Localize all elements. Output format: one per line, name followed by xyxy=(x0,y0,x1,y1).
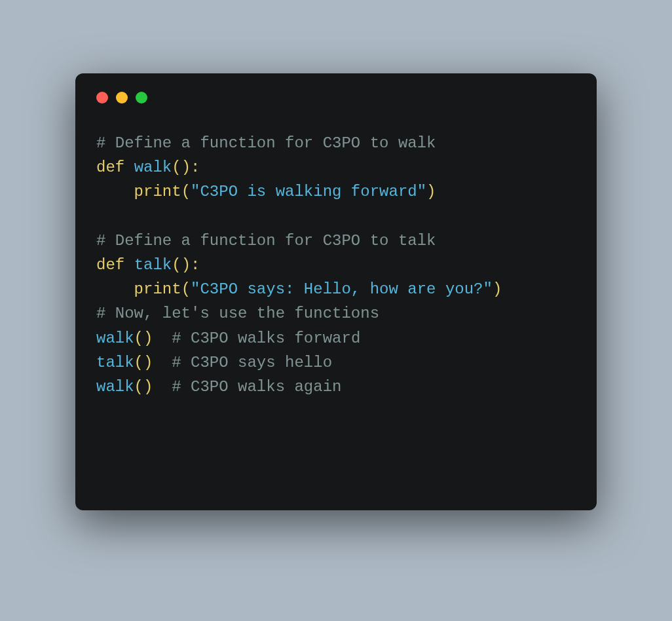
code-token-func: talk xyxy=(134,256,172,274)
code-token-paren: () xyxy=(134,329,153,347)
code-line: walk() # C3PO walks forward xyxy=(96,326,576,350)
code-token-default xyxy=(124,159,134,176)
code-token-string: "C3PO says: Hello, how are you?" xyxy=(191,280,493,298)
code-token-default xyxy=(153,354,172,371)
code-token-func: walk xyxy=(134,159,172,176)
code-block: # Define a function for C3PO to walkdef … xyxy=(96,131,576,399)
code-token-paren: (): xyxy=(172,256,200,274)
code-token-comment: # C3PO walks again xyxy=(172,378,341,396)
code-token-comment: # Now, let's use the functions xyxy=(96,305,379,322)
code-window: # Define a function for C3PO to walkdef … xyxy=(75,73,597,510)
minimize-icon[interactable] xyxy=(116,92,128,104)
code-line xyxy=(96,204,576,229)
code-token-paren: () xyxy=(134,378,153,396)
code-token-comment: # Define a function for C3PO to walk xyxy=(96,134,436,152)
code-token-default xyxy=(96,280,134,298)
code-token-comment: # C3PO walks forward xyxy=(172,329,360,347)
close-icon[interactable] xyxy=(96,92,108,104)
code-token-func: walk xyxy=(96,329,134,347)
code-token-func: walk xyxy=(96,378,134,396)
code-token-keyword: print xyxy=(134,183,181,200)
code-token-keyword: def xyxy=(96,256,124,274)
traffic-lights xyxy=(96,92,576,104)
code-token-paren: ) xyxy=(493,280,502,298)
code-line: # Define a function for C3PO to walk xyxy=(96,131,576,155)
code-line: print("C3PO is walking forward") xyxy=(96,179,576,204)
code-token-default xyxy=(153,329,172,347)
code-token-default xyxy=(153,378,172,396)
code-token-paren: () xyxy=(134,354,153,371)
code-line: def walk(): xyxy=(96,155,576,179)
maximize-icon[interactable] xyxy=(136,92,147,104)
code-line: # Now, let's use the functions xyxy=(96,301,576,326)
code-token-default xyxy=(96,183,134,200)
code-token-paren: ( xyxy=(181,280,191,298)
code-token-paren: ) xyxy=(426,183,436,200)
code-token-comment: # Define a function for C3PO to talk xyxy=(96,232,436,250)
code-line: # Define a function for C3PO to talk xyxy=(96,229,576,253)
code-line: def talk(): xyxy=(96,253,576,277)
code-token-paren: ( xyxy=(181,183,191,200)
code-token-keyword: print xyxy=(134,280,181,298)
code-token-paren: (): xyxy=(172,159,200,176)
code-line: print("C3PO says: Hello, how are you?") xyxy=(96,277,576,301)
code-token-comment: # C3PO says hello xyxy=(172,354,332,371)
code-token-func: talk xyxy=(96,354,134,371)
code-token-default xyxy=(124,256,134,274)
code-line: talk() # C3PO says hello xyxy=(96,350,576,375)
code-line: walk() # C3PO walks again xyxy=(96,375,576,399)
code-token-string: "C3PO is walking forward" xyxy=(191,183,426,200)
code-token-keyword: def xyxy=(96,159,124,176)
